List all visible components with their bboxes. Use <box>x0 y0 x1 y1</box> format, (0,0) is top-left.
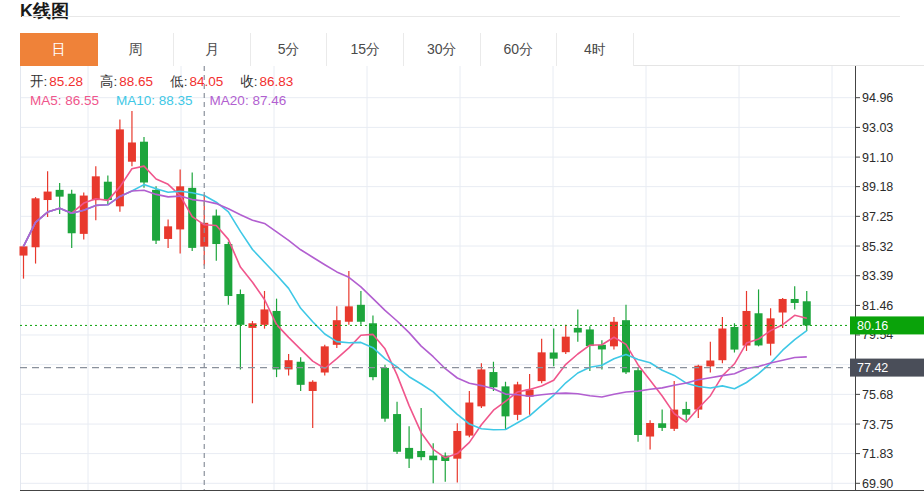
ma10-line <box>24 185 807 430</box>
tab-60min[interactable]: 60分 <box>481 33 558 66</box>
tab-30min[interactable]: 30分 <box>404 33 481 66</box>
chart-legend: 开:85.28高:88.65低:84.05收:86.83 MA5: 86.55M… <box>30 73 293 109</box>
last-price-badge: 80.16 <box>850 316 924 334</box>
tab-15min[interactable]: 15分 <box>327 33 404 66</box>
ohlc-open: 开:85.28 <box>30 73 83 90</box>
svg-text:77.42: 77.42 <box>857 361 888 375</box>
svg-text:89.18: 89.18 <box>862 180 893 194</box>
ma-legend: MA5: 86.55MA10: 88.35MA20: 87.46 <box>30 92 293 109</box>
svg-text:80.16: 80.16 <box>857 319 888 333</box>
ma20-line <box>24 190 807 397</box>
svg-text:91.10: 91.10 <box>862 151 893 165</box>
price-axis-labels: 94.9693.0391.1089.1887.2585.3283.3981.46… <box>855 91 893 491</box>
svg-text:83.39: 83.39 <box>862 269 893 283</box>
title-divider <box>22 16 900 17</box>
tab-bar: 日周月5分15分30分60分4时 <box>20 33 634 66</box>
svg-text:73.75: 73.75 <box>862 418 893 432</box>
crosshair-price-badge: 77.42 <box>850 359 924 377</box>
tab-month[interactable]: 月 <box>174 33 251 66</box>
ohlc-legend: 开:85.28高:88.65低:84.05收:86.83 <box>30 73 293 90</box>
svg-text:85.32: 85.32 <box>862 240 893 254</box>
tab-day[interactable]: 日 <box>20 33 98 66</box>
svg-text:81.46: 81.46 <box>862 299 893 313</box>
tab-5min[interactable]: 5分 <box>251 33 328 66</box>
svg-text:71.83: 71.83 <box>862 447 893 461</box>
svg-text:93.03: 93.03 <box>862 121 893 135</box>
ohlc-high: 高:88.65 <box>100 73 153 90</box>
page-title: K线图 <box>20 0 69 23</box>
svg-text:75.68: 75.68 <box>862 388 893 402</box>
gridlines <box>20 66 855 490</box>
svg-text:69.90: 69.90 <box>862 477 893 491</box>
ma10-legend: MA10: 88.35 <box>116 92 193 109</box>
ohlc-low: 低:84.05 <box>170 73 223 90</box>
ma5-legend: MA5: 86.55 <box>30 92 99 109</box>
tab-week[interactable]: 周 <box>98 33 175 66</box>
ohlc-close: 收:86.83 <box>240 73 293 90</box>
ma20-legend: MA20: 87.46 <box>210 92 287 109</box>
tab-4hour[interactable]: 4时 <box>557 33 634 66</box>
svg-text:94.96: 94.96 <box>862 91 893 105</box>
svg-text:87.25: 87.25 <box>862 210 893 224</box>
